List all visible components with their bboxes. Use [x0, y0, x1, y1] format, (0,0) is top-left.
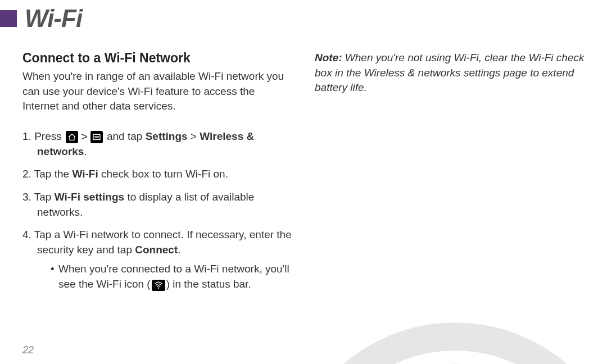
step-1: Press > and tap Settings > Wireless & ne… — [22, 129, 292, 160]
step-1-end: . — [84, 145, 87, 157]
note-body: When you're not using Wi-Fi, clear the W… — [315, 52, 585, 93]
step-4: Tap a Wi-Fi network to connect. If neces… — [22, 228, 292, 292]
step-3-a: Tap — [34, 191, 55, 203]
steps-list: Press > and tap Settings > Wireless & ne… — [22, 129, 292, 292]
step-4-sublist: When you're connected to a Wi-Fi network… — [37, 262, 292, 292]
step-2-a: Tap the — [34, 168, 73, 180]
step-3: Tap Wi-Fi settings to display a list of … — [22, 190, 292, 220]
right-column: Note: When you're not using Wi-Fi, clear… — [315, 51, 585, 300]
wifi-status-icon — [152, 280, 165, 291]
page-header: Wi-Fi — [0, 0, 607, 33]
sub-b: ) in the status bar. — [166, 278, 251, 290]
left-column: Connect to a Wi-Fi Network When you're i… — [22, 51, 292, 300]
svg-point-3 — [157, 287, 158, 288]
step-4-sub-item: When you're connected to a Wi-Fi network… — [51, 262, 292, 292]
step-1-mid: and tap — [104, 130, 146, 142]
content-columns: Connect to a Wi-Fi Network When you're i… — [0, 33, 607, 300]
step-1-gt: > — [188, 130, 200, 142]
wifi-graphic-icon — [315, 176, 596, 364]
step-3-b: Wi-Fi settings — [55, 191, 124, 203]
step-1-settings: Settings — [146, 130, 188, 142]
breadcrumb-separator: > — [81, 130, 88, 143]
menu-icon — [90, 131, 103, 143]
step-2-c: check box to turn Wi-Fi on. — [98, 168, 228, 180]
section-heading: Connect to a Wi-Fi Network — [22, 51, 292, 66]
page-title: Wi-Fi — [25, 4, 82, 33]
page-number: 22 — [22, 344, 34, 356]
note-paragraph: Note: When you're not using Wi-Fi, clear… — [315, 51, 585, 95]
step-4-c: . — [178, 244, 180, 256]
header-accent-box — [0, 10, 17, 27]
note-label: Note: — [315, 52, 342, 63]
svg-rect-0 — [93, 134, 100, 139]
step-2-b: Wi-Fi — [72, 168, 98, 180]
step-2: Tap the Wi-Fi check box to turn Wi-Fi on… — [22, 167, 292, 182]
intro-paragraph: When you're in range of an available Wi-… — [22, 69, 292, 114]
step-1-verb: Press — [34, 130, 65, 142]
step-4-b: Connect — [135, 244, 178, 256]
home-icon — [66, 131, 78, 143]
